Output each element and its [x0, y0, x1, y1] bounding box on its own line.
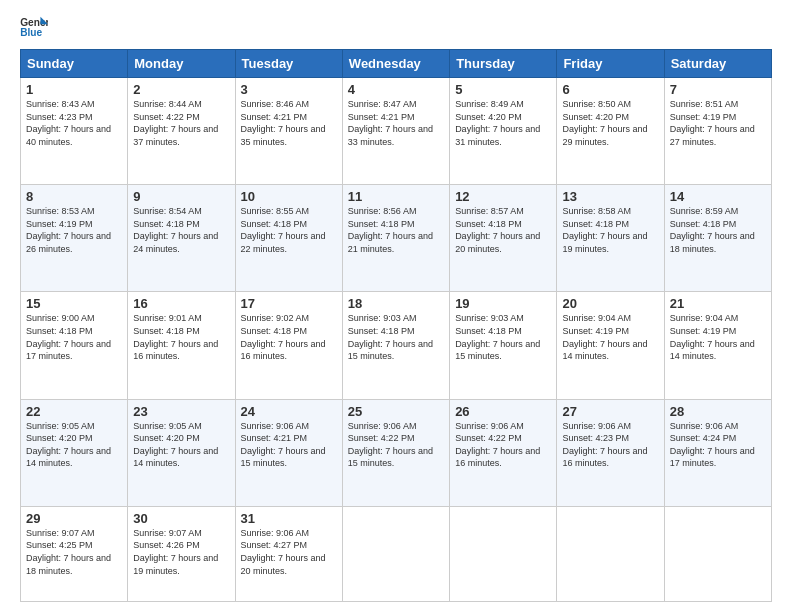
day-number: 15 — [26, 296, 122, 311]
day-number: 24 — [241, 404, 337, 419]
calendar-cell: 27 Sunrise: 9:06 AMSunset: 4:23 PMDaylig… — [557, 399, 664, 506]
cell-info: Sunrise: 9:06 AMSunset: 4:27 PMDaylight:… — [241, 528, 326, 576]
day-number: 21 — [670, 296, 766, 311]
cell-info: Sunrise: 9:04 AMSunset: 4:19 PMDaylight:… — [670, 313, 755, 361]
day-number: 7 — [670, 82, 766, 97]
cell-info: Sunrise: 9:06 AMSunset: 4:24 PMDaylight:… — [670, 421, 755, 469]
day-number: 29 — [26, 511, 122, 526]
cell-info: Sunrise: 8:51 AMSunset: 4:19 PMDaylight:… — [670, 99, 755, 147]
calendar-cell: 14 Sunrise: 8:59 AMSunset: 4:18 PMDaylig… — [664, 185, 771, 292]
day-number: 19 — [455, 296, 551, 311]
day-number: 28 — [670, 404, 766, 419]
day-number: 23 — [133, 404, 229, 419]
cell-info: Sunrise: 9:05 AMSunset: 4:20 PMDaylight:… — [133, 421, 218, 469]
calendar-cell: 2 Sunrise: 8:44 AMSunset: 4:22 PMDayligh… — [128, 78, 235, 185]
day-number: 1 — [26, 82, 122, 97]
calendar-cell: 18 Sunrise: 9:03 AMSunset: 4:18 PMDaylig… — [342, 292, 449, 399]
day-number: 22 — [26, 404, 122, 419]
cell-info: Sunrise: 8:54 AMSunset: 4:18 PMDaylight:… — [133, 206, 218, 254]
cell-info: Sunrise: 9:02 AMSunset: 4:18 PMDaylight:… — [241, 313, 326, 361]
calendar-cell: 6 Sunrise: 8:50 AMSunset: 4:20 PMDayligh… — [557, 78, 664, 185]
calendar-week-5: 29 Sunrise: 9:07 AMSunset: 4:25 PMDaylig… — [21, 506, 772, 601]
calendar-cell: 17 Sunrise: 9:02 AMSunset: 4:18 PMDaylig… — [235, 292, 342, 399]
cell-info: Sunrise: 8:47 AMSunset: 4:21 PMDaylight:… — [348, 99, 433, 147]
calendar-cell: 31 Sunrise: 9:06 AMSunset: 4:27 PMDaylig… — [235, 506, 342, 601]
calendar-cell: 10 Sunrise: 8:55 AMSunset: 4:18 PMDaylig… — [235, 185, 342, 292]
calendar-cell: 12 Sunrise: 8:57 AMSunset: 4:18 PMDaylig… — [450, 185, 557, 292]
calendar-cell — [664, 506, 771, 601]
cell-info: Sunrise: 9:05 AMSunset: 4:20 PMDaylight:… — [26, 421, 111, 469]
calendar-cell: 22 Sunrise: 9:05 AMSunset: 4:20 PMDaylig… — [21, 399, 128, 506]
calendar-cell: 19 Sunrise: 9:03 AMSunset: 4:18 PMDaylig… — [450, 292, 557, 399]
cell-info: Sunrise: 9:06 AMSunset: 4:22 PMDaylight:… — [455, 421, 540, 469]
day-number: 6 — [562, 82, 658, 97]
cell-info: Sunrise: 8:56 AMSunset: 4:18 PMDaylight:… — [348, 206, 433, 254]
cell-info: Sunrise: 9:06 AMSunset: 4:22 PMDaylight:… — [348, 421, 433, 469]
calendar-cell: 28 Sunrise: 9:06 AMSunset: 4:24 PMDaylig… — [664, 399, 771, 506]
calendar-cell: 25 Sunrise: 9:06 AMSunset: 4:22 PMDaylig… — [342, 399, 449, 506]
calendar-header-monday: Monday — [128, 50, 235, 78]
day-number: 26 — [455, 404, 551, 419]
cell-info: Sunrise: 9:04 AMSunset: 4:19 PMDaylight:… — [562, 313, 647, 361]
cell-info: Sunrise: 9:03 AMSunset: 4:18 PMDaylight:… — [455, 313, 540, 361]
day-number: 4 — [348, 82, 444, 97]
day-number: 11 — [348, 189, 444, 204]
day-number: 5 — [455, 82, 551, 97]
calendar-cell: 3 Sunrise: 8:46 AMSunset: 4:21 PMDayligh… — [235, 78, 342, 185]
calendar-week-1: 1 Sunrise: 8:43 AMSunset: 4:23 PMDayligh… — [21, 78, 772, 185]
day-number: 27 — [562, 404, 658, 419]
page: General Blue SundayMondayTuesdayWednesda… — [0, 0, 792, 612]
cell-info: Sunrise: 9:06 AMSunset: 4:23 PMDaylight:… — [562, 421, 647, 469]
cell-info: Sunrise: 8:58 AMSunset: 4:18 PMDaylight:… — [562, 206, 647, 254]
cell-info: Sunrise: 8:59 AMSunset: 4:18 PMDaylight:… — [670, 206, 755, 254]
cell-info: Sunrise: 9:07 AMSunset: 4:26 PMDaylight:… — [133, 528, 218, 576]
calendar-header-tuesday: Tuesday — [235, 50, 342, 78]
calendar-cell: 29 Sunrise: 9:07 AMSunset: 4:25 PMDaylig… — [21, 506, 128, 601]
calendar-cell: 11 Sunrise: 8:56 AMSunset: 4:18 PMDaylig… — [342, 185, 449, 292]
calendar-cell — [557, 506, 664, 601]
day-number: 13 — [562, 189, 658, 204]
day-number: 10 — [241, 189, 337, 204]
calendar-week-2: 8 Sunrise: 8:53 AMSunset: 4:19 PMDayligh… — [21, 185, 772, 292]
calendar-cell: 9 Sunrise: 8:54 AMSunset: 4:18 PMDayligh… — [128, 185, 235, 292]
calendar-cell: 5 Sunrise: 8:49 AMSunset: 4:20 PMDayligh… — [450, 78, 557, 185]
calendar-cell: 21 Sunrise: 9:04 AMSunset: 4:19 PMDaylig… — [664, 292, 771, 399]
cell-info: Sunrise: 8:57 AMSunset: 4:18 PMDaylight:… — [455, 206, 540, 254]
calendar-header-friday: Friday — [557, 50, 664, 78]
cell-info: Sunrise: 9:01 AMSunset: 4:18 PMDaylight:… — [133, 313, 218, 361]
calendar-cell — [342, 506, 449, 601]
day-number: 3 — [241, 82, 337, 97]
cell-info: Sunrise: 8:46 AMSunset: 4:21 PMDaylight:… — [241, 99, 326, 147]
cell-info: Sunrise: 9:07 AMSunset: 4:25 PMDaylight:… — [26, 528, 111, 576]
cell-info: Sunrise: 8:43 AMSunset: 4:23 PMDaylight:… — [26, 99, 111, 147]
calendar-cell: 7 Sunrise: 8:51 AMSunset: 4:19 PMDayligh… — [664, 78, 771, 185]
calendar-cell: 23 Sunrise: 9:05 AMSunset: 4:20 PMDaylig… — [128, 399, 235, 506]
header: General Blue — [20, 15, 772, 39]
day-number: 30 — [133, 511, 229, 526]
day-number: 20 — [562, 296, 658, 311]
calendar-table: SundayMondayTuesdayWednesdayThursdayFrid… — [20, 49, 772, 602]
calendar-cell: 16 Sunrise: 9:01 AMSunset: 4:18 PMDaylig… — [128, 292, 235, 399]
day-number: 16 — [133, 296, 229, 311]
day-number: 14 — [670, 189, 766, 204]
calendar-cell: 26 Sunrise: 9:06 AMSunset: 4:22 PMDaylig… — [450, 399, 557, 506]
svg-text:Blue: Blue — [20, 27, 42, 38]
calendar-header-wednesday: Wednesday — [342, 50, 449, 78]
calendar-cell: 24 Sunrise: 9:06 AMSunset: 4:21 PMDaylig… — [235, 399, 342, 506]
calendar-week-4: 22 Sunrise: 9:05 AMSunset: 4:20 PMDaylig… — [21, 399, 772, 506]
cell-info: Sunrise: 8:49 AMSunset: 4:20 PMDaylight:… — [455, 99, 540, 147]
calendar-cell: 15 Sunrise: 9:00 AMSunset: 4:18 PMDaylig… — [21, 292, 128, 399]
cell-info: Sunrise: 8:53 AMSunset: 4:19 PMDaylight:… — [26, 206, 111, 254]
cell-info: Sunrise: 9:03 AMSunset: 4:18 PMDaylight:… — [348, 313, 433, 361]
calendar-cell: 13 Sunrise: 8:58 AMSunset: 4:18 PMDaylig… — [557, 185, 664, 292]
logo-icon: General Blue — [20, 15, 48, 39]
calendar-cell: 8 Sunrise: 8:53 AMSunset: 4:19 PMDayligh… — [21, 185, 128, 292]
day-number: 8 — [26, 189, 122, 204]
calendar-cell: 20 Sunrise: 9:04 AMSunset: 4:19 PMDaylig… — [557, 292, 664, 399]
calendar-header-thursday: Thursday — [450, 50, 557, 78]
cell-info: Sunrise: 9:00 AMSunset: 4:18 PMDaylight:… — [26, 313, 111, 361]
cell-info: Sunrise: 8:55 AMSunset: 4:18 PMDaylight:… — [241, 206, 326, 254]
day-number: 9 — [133, 189, 229, 204]
day-number: 18 — [348, 296, 444, 311]
calendar-cell — [450, 506, 557, 601]
